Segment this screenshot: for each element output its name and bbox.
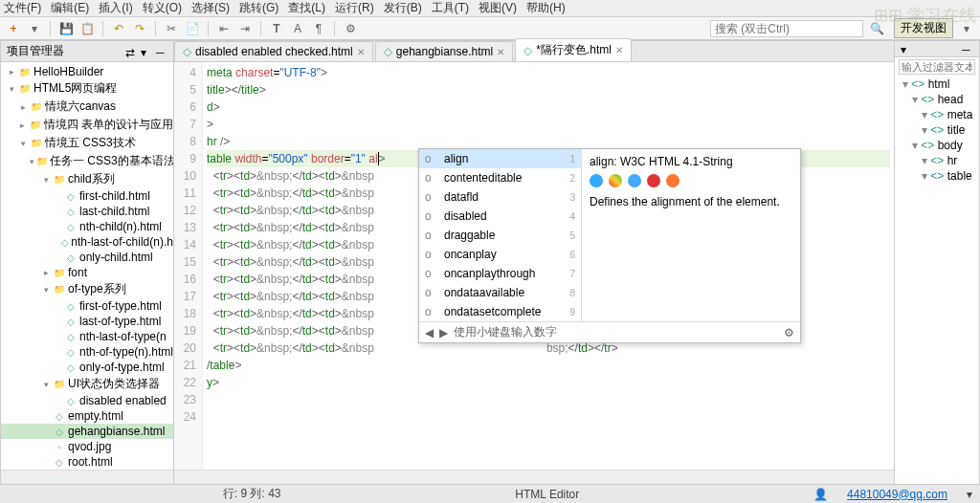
close-icon[interactable]: ✕ [497,47,504,57]
outline-tree[interactable]: ▾ <> html▾ <> head▾ <> meta▾ <> title▾ <… [895,57,979,485]
undo-icon[interactable]: ↶ [111,21,126,36]
close-icon[interactable]: ✕ [357,47,365,57]
format-icon[interactable]: ¶ [311,21,326,36]
autocomplete-item[interactable]: ooncanplaythrough7 [419,264,581,283]
tree-item[interactable]: ▸📁情境四 表单的设计与应用 [1,116,173,134]
editor-tab[interactable]: ◇gehangbianse.html✕ [375,41,513,61]
gear-icon[interactable]: ⚙ [784,326,794,339]
outline-item[interactable]: ▾ <> meta [899,107,975,122]
tree-item[interactable]: ◇nth-of-type(n).html [1,344,173,360]
tree-item[interactable]: ◇last-of-type.html [1,314,173,329]
menu-item[interactable]: 转义(O) [143,0,182,16]
tree-item[interactable]: ▸📁情境六canvas [1,98,173,116]
autocomplete-item[interactable]: odisabled4 [419,207,581,226]
prev-icon[interactable]: ◀ [425,326,434,339]
outdent-icon[interactable]: ⇤ [216,21,232,36]
outline-min-icon[interactable]: ─ [962,43,973,55]
tree-item[interactable]: ▾📁UI状态伪类选择器 [1,375,173,393]
project-tree[interactable]: ▸📁HelloHBuilder▾📁HTML5网页编程▸📁情境六canvas▸📁情… [1,62,173,470]
tree-item[interactable]: ▸📁HelloHBuilder [1,64,173,79]
tree-item[interactable]: ◇only-child.html [1,250,173,265]
outline-item[interactable]: ▾ <> html [899,77,975,92]
menu-item[interactable]: 工具(T) [432,0,469,16]
autocomplete-item[interactable]: oondataavailable8 [419,283,581,302]
autocomplete-item[interactable]: ocontenteditable2 [419,168,581,187]
tree-item[interactable]: ◇last-child.html [1,204,173,219]
project-panel-title: 项目管理器 [7,43,64,59]
menu-icon[interactable]: ▾ [141,46,152,57]
cut-icon[interactable]: ✂ [164,21,179,36]
paste-icon[interactable]: 📄 [185,21,200,36]
autocomplete-item[interactable]: odraggable5 [419,226,581,245]
editor-type: HTML Editor [515,488,579,501]
code-editor[interactable]: 456789101112131415161718192021222324 met… [174,62,894,470]
dropdown-icon[interactable]: ▾ [27,21,42,36]
run-icon[interactable]: ⚙ [343,21,358,36]
tree-item[interactable]: ◇nth-last-of-child(n).h [1,234,173,250]
menu-item[interactable]: 查找(L) [288,0,325,16]
tree-item[interactable]: ▾📁of-type系列 [1,280,173,298]
outline-item[interactable]: ▾ <> hr [899,153,975,168]
tree-item[interactable]: ▾📁任务一 CSS3的基本语法 [1,152,173,170]
autocomplete-list[interactable]: oalign1ocontenteditable2odatafld3odisabl… [419,149,582,321]
user-icon: 👤 [813,488,828,501]
tree-item[interactable]: ◇nth-last-of-type(n [1,329,173,344]
new-icon[interactable]: + [6,21,21,36]
tree-item[interactable]: ▾📁HTML5网页编程 [1,79,173,98]
autocomplete-popup[interactable]: oalign1ocontenteditable2odatafld3odisabl… [418,148,801,343]
code-area[interactable]: meta charset="UTF-8">title></title>d>>hr… [203,62,894,470]
tree-item[interactable]: ◇gehangbianse.html [1,424,173,439]
outline-item[interactable]: ▾ <> table [899,168,975,184]
tree-item[interactable]: ▾📁child系列 [1,170,173,188]
autocomplete-item[interactable]: oondatasetcomplete9 [419,302,581,321]
outline-filter-input[interactable] [899,59,975,75]
menu-item[interactable]: 文件(F) [4,0,41,16]
font-icon[interactable]: A [290,21,305,36]
menu-item[interactable]: 运行(R) [335,0,374,16]
text-icon[interactable]: T [269,21,284,36]
editor-tab[interactable]: ◇*隔行变色.html✕ [515,38,632,61]
menu-item[interactable]: 帮助(H) [526,0,566,16]
autocomplete-info: align: W3C HTML 4.1-String Defines the a… [582,149,800,321]
save-icon[interactable]: 💾 [58,21,74,36]
minimize-icon[interactable]: ─ [156,46,167,57]
opera-icon [647,174,660,187]
outline-item[interactable]: ▾ <> head [899,92,975,107]
tree-item[interactable]: ▫qvod.jpg [1,439,173,454]
indent-icon[interactable]: ⇥ [237,21,253,36]
editor-h-scrollbar[interactable] [174,470,894,485]
tree-item[interactable]: ◇root.html [1,454,173,470]
editor-panel: ◇disabled enabled checked.html✕◇gehangbi… [174,40,894,486]
search-input[interactable] [710,20,863,37]
autocomplete-item[interactable]: odatafld3 [419,187,581,207]
firefox-icon [666,174,679,187]
menu-item[interactable]: 选择(S) [191,0,230,16]
tree-item[interactable]: ▾📁情境五 CSS3技术 [1,134,173,152]
h-scrollbar[interactable] [1,470,173,485]
tree-item[interactable]: ◇nth-child(n).html [1,219,173,234]
menu-item[interactable]: 视图(V) [479,0,517,16]
tree-item[interactable]: ◇empty.html [1,408,173,424]
link-icon[interactable]: ⇄ [125,46,137,57]
tree-item[interactable]: ◇first-of-type.html [1,298,173,314]
menu-item[interactable]: 发行(B) [384,0,422,16]
tree-item[interactable]: ◇only-of-type.html [1,360,173,375]
editor-tab[interactable]: ◇disabled enabled checked.html✕ [174,41,373,61]
status-menu-icon[interactable]: ▾ [967,488,972,501]
outline-item[interactable]: ▾ <> body [899,138,975,153]
tree-item[interactable]: ▸📁font [1,265,173,280]
tree-item[interactable]: ◇first-child.html [1,188,173,204]
autocomplete-item[interactable]: oalign1 [419,149,581,168]
next-icon[interactable]: ▶ [439,326,448,339]
redo-icon[interactable]: ↷ [132,21,147,36]
menu-item[interactable]: 编辑(E) [51,0,89,16]
copy-icon[interactable]: 📋 [79,21,95,36]
tree-item[interactable]: ◇disabled enabled [1,393,173,408]
outline-item[interactable]: ▾ <> title [899,122,975,138]
close-icon[interactable]: ✕ [615,45,623,55]
menu-item[interactable]: 跳转(G) [239,0,278,16]
user-email-link[interactable]: 44810049@qq.com [847,488,947,501]
autocomplete-item[interactable]: ooncanplay6 [419,245,581,264]
menu-item[interactable]: 插入(I) [99,0,132,16]
outline-menu-icon[interactable]: ▾ [901,43,912,55]
